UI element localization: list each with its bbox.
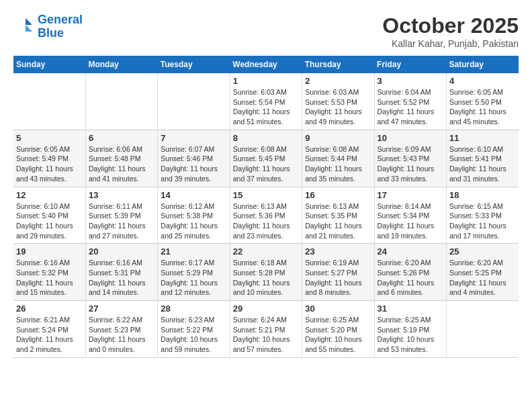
cell-w4-d1: 19Sunrise: 6:16 AMSunset: 5:32 PMDayligh… (13, 244, 85, 301)
cell-w4-d6: 24Sunrise: 6:20 AMSunset: 5:26 PMDayligh… (374, 244, 446, 301)
calendar-subtitle: Kallar Kahar, Punjab, Pakistan (382, 38, 519, 49)
cell-w1-d5: 2Sunrise: 6:03 AMSunset: 5:53 PMDaylight… (302, 73, 374, 130)
header-tuesday: Tuesday (158, 56, 230, 73)
cell-w2-d7: 11Sunrise: 6:10 AMSunset: 5:41 PMDayligh… (447, 130, 519, 187)
day-info: Sunrise: 6:03 AMSunset: 5:53 PMDaylight:… (305, 87, 371, 127)
day-number: 7 (161, 133, 226, 143)
day-number: 31 (378, 304, 443, 314)
day-info: Sunrise: 6:08 AMSunset: 5:45 PMDaylight:… (233, 144, 299, 184)
day-number: 30 (305, 304, 371, 314)
day-number: 9 (305, 133, 371, 143)
header-sunday: Sunday (13, 56, 85, 73)
day-number: 16 (305, 190, 371, 200)
day-info: Sunrise: 6:13 AMSunset: 5:36 PMDaylight:… (233, 201, 299, 241)
day-number: 4 (449, 76, 516, 86)
day-number: 20 (89, 246, 154, 257)
cell-w5-d4: 29Sunrise: 6:24 AMSunset: 5:21 PMDayligh… (230, 301, 302, 358)
day-number: 14 (161, 190, 226, 200)
week-row-4: 19Sunrise: 6:16 AMSunset: 5:32 PMDayligh… (13, 244, 519, 301)
day-number: 2 (305, 76, 371, 86)
day-number: 17 (378, 190, 443, 200)
cell-w1-d2 (85, 73, 157, 130)
day-number: 5 (16, 133, 83, 143)
day-info: Sunrise: 6:21 AMSunset: 5:24 PMDaylight:… (16, 315, 83, 355)
day-number: 10 (378, 133, 443, 143)
week-row-5: 26Sunrise: 6:21 AMSunset: 5:24 PMDayligh… (13, 301, 519, 358)
day-number: 3 (378, 76, 443, 86)
day-number: 15 (233, 190, 299, 200)
day-info: Sunrise: 6:25 AMSunset: 5:19 PMDaylight:… (378, 315, 443, 355)
svg-rect-0 (13, 15, 34, 36)
day-info: Sunrise: 6:22 AMSunset: 5:23 PMDaylight:… (89, 315, 154, 355)
day-info: Sunrise: 6:23 AMSunset: 5:22 PMDaylight:… (161, 315, 226, 355)
day-info: Sunrise: 6:11 AMSunset: 5:39 PMDaylight:… (89, 201, 154, 241)
cell-w4-d4: 22Sunrise: 6:18 AMSunset: 5:28 PMDayligh… (230, 244, 302, 301)
day-info: Sunrise: 6:04 AMSunset: 5:52 PMDaylight:… (378, 87, 443, 127)
cell-w4-d2: 20Sunrise: 6:16 AMSunset: 5:31 PMDayligh… (85, 244, 157, 301)
cell-w5-d2: 27Sunrise: 6:22 AMSunset: 5:23 PMDayligh… (85, 301, 157, 358)
cell-w2-d5: 9Sunrise: 6:08 AMSunset: 5:44 PMDaylight… (302, 130, 374, 187)
day-info: Sunrise: 6:20 AMSunset: 5:26 PMDaylight:… (378, 258, 443, 298)
logo: General Blue (13, 13, 83, 40)
day-info: Sunrise: 6:24 AMSunset: 5:21 PMDaylight:… (233, 315, 299, 355)
day-info: Sunrise: 6:25 AMSunset: 5:20 PMDaylight:… (305, 315, 371, 355)
day-info: Sunrise: 6:16 AMSunset: 5:32 PMDaylight:… (16, 258, 83, 298)
logo-icon (13, 15, 34, 36)
day-number: 27 (89, 304, 154, 314)
day-info: Sunrise: 6:10 AMSunset: 5:40 PMDaylight:… (16, 201, 83, 241)
day-info: Sunrise: 6:07 AMSunset: 5:46 PMDaylight:… (161, 144, 226, 184)
day-info: Sunrise: 6:20 AMSunset: 5:25 PMDaylight:… (449, 258, 516, 298)
day-number: 13 (89, 190, 154, 200)
day-number: 11 (449, 133, 516, 143)
calendar-title: October 2025 (382, 13, 519, 38)
cell-w3-d2: 13Sunrise: 6:11 AMSunset: 5:39 PMDayligh… (85, 187, 157, 244)
header-thursday: Thursday (302, 56, 374, 73)
header-wednesday: Wednesday (230, 56, 302, 73)
header-saturday: Saturday (447, 56, 519, 73)
cell-w1-d4: 1Sunrise: 6:03 AMSunset: 5:54 PMDaylight… (230, 73, 302, 130)
cell-w3-d6: 17Sunrise: 6:14 AMSunset: 5:34 PMDayligh… (374, 187, 446, 244)
cell-w5-d3: 28Sunrise: 6:23 AMSunset: 5:22 PMDayligh… (158, 301, 230, 358)
day-info: Sunrise: 6:05 AMSunset: 5:49 PMDaylight:… (16, 144, 83, 184)
calendar-header-row: SundayMondayTuesdayWednesdayThursdayFrid… (13, 56, 519, 73)
cell-w3-d3: 14Sunrise: 6:12 AMSunset: 5:38 PMDayligh… (158, 187, 230, 244)
day-number: 21 (161, 246, 226, 257)
day-number: 22 (233, 246, 299, 257)
cell-w1-d1 (13, 73, 85, 130)
cell-w5-d6: 31Sunrise: 6:25 AMSunset: 5:19 PMDayligh… (374, 301, 446, 358)
cell-w5-d1: 26Sunrise: 6:21 AMSunset: 5:24 PMDayligh… (13, 301, 85, 358)
cell-w4-d5: 23Sunrise: 6:19 AMSunset: 5:27 PMDayligh… (302, 244, 374, 301)
cell-w5-d5: 30Sunrise: 6:25 AMSunset: 5:20 PMDayligh… (302, 301, 374, 358)
header-monday: Monday (85, 56, 157, 73)
day-number: 25 (449, 246, 516, 257)
day-number: 6 (89, 133, 154, 143)
day-info: Sunrise: 6:06 AMSunset: 5:48 PMDaylight:… (89, 144, 154, 184)
day-info: Sunrise: 6:12 AMSunset: 5:38 PMDaylight:… (161, 201, 226, 241)
day-number: 26 (16, 304, 83, 314)
cell-w5-d7 (447, 301, 519, 358)
day-number: 28 (161, 304, 226, 314)
cell-w3-d4: 15Sunrise: 6:13 AMSunset: 5:36 PMDayligh… (230, 187, 302, 244)
day-info: Sunrise: 6:18 AMSunset: 5:28 PMDaylight:… (233, 258, 299, 298)
day-info: Sunrise: 6:15 AMSunset: 5:33 PMDaylight:… (449, 201, 516, 241)
cell-w3-d5: 16Sunrise: 6:13 AMSunset: 5:35 PMDayligh… (302, 187, 374, 244)
title-block: October 2025 Kallar Kahar, Punjab, Pakis… (382, 13, 519, 49)
day-number: 18 (449, 190, 516, 200)
cell-w4-d3: 21Sunrise: 6:17 AMSunset: 5:29 PMDayligh… (158, 244, 230, 301)
cell-w3-d1: 12Sunrise: 6:10 AMSunset: 5:40 PMDayligh… (13, 187, 85, 244)
week-row-2: 5Sunrise: 6:05 AMSunset: 5:49 PMDaylight… (13, 130, 519, 187)
day-number: 29 (233, 304, 299, 314)
day-number: 8 (233, 133, 299, 143)
day-number: 23 (305, 246, 371, 257)
cell-w1-d7: 4Sunrise: 6:05 AMSunset: 5:50 PMDaylight… (447, 73, 519, 130)
cell-w2-d6: 10Sunrise: 6:09 AMSunset: 5:43 PMDayligh… (374, 130, 446, 187)
day-info: Sunrise: 6:05 AMSunset: 5:50 PMDaylight:… (449, 87, 516, 127)
day-info: Sunrise: 6:16 AMSunset: 5:31 PMDaylight:… (89, 258, 154, 298)
cell-w2-d3: 7Sunrise: 6:07 AMSunset: 5:46 PMDaylight… (158, 130, 230, 187)
day-info: Sunrise: 6:14 AMSunset: 5:34 PMDaylight:… (378, 201, 443, 241)
cell-w1-d3 (158, 73, 230, 130)
cell-w2-d1: 5Sunrise: 6:05 AMSunset: 5:49 PMDaylight… (13, 130, 85, 187)
day-number: 19 (16, 246, 83, 257)
day-info: Sunrise: 6:09 AMSunset: 5:43 PMDaylight:… (378, 144, 443, 184)
cell-w2-d4: 8Sunrise: 6:08 AMSunset: 5:45 PMDaylight… (230, 130, 302, 187)
